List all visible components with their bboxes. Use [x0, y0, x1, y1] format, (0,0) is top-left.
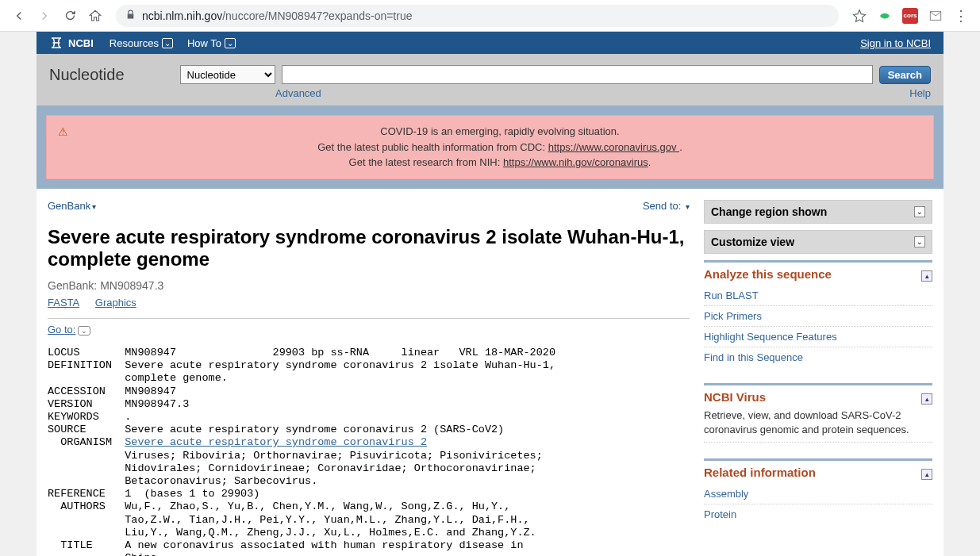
signin-link[interactable]: Sign in to NCBI	[860, 37, 931, 49]
collapse-icon[interactable]: ▴	[921, 469, 932, 480]
url-bar[interactable]: ncbi.nlm.nih.gov/nuccore/MN908947?expand…	[116, 5, 839, 27]
analyze-title: Analyze this sequence	[704, 267, 832, 281]
virus-portlet: NCBI Virus ▴ Retrieve, view, and downloa…	[704, 383, 932, 443]
menu-howto[interactable]: How To⌄	[187, 37, 236, 49]
advanced-link[interactable]: Advanced	[275, 87, 321, 99]
browser-toolbar: ncbi.nlm.nih.gov/nuccore/MN908947?expand…	[0, 0, 980, 32]
genbank-record: LOCUS MN908947 29903 bp ss-RNA linear VR…	[48, 347, 690, 556]
extension-icon-1[interactable]	[877, 8, 893, 24]
sidebar: Change region shown ⌄ Customize view ⌄ A…	[704, 200, 932, 557]
run-blast-link[interactable]: Run BLAST	[704, 286, 932, 306]
nih-link[interactable]: https://www.nih.gov/coronavirus	[503, 156, 648, 168]
db-label: Nucleotide	[49, 66, 125, 84]
chevron-down-icon[interactable]: ⌄	[78, 326, 90, 336]
sendto-selector[interactable]: Send to: ▾	[643, 200, 690, 212]
chevron-down-icon[interactable]: ⌄	[914, 236, 925, 247]
notice-band: ⚠ COVID-19 is an emerging, rapidly evolv…	[37, 105, 943, 189]
alert-line3: Get the latest research from NIH: https:…	[78, 155, 922, 171]
related-portlet: Related information ▴ Assembly Protein	[704, 458, 932, 524]
goto-link[interactable]: Go to:	[48, 324, 75, 336]
cdc-link[interactable]: https://www.coronavirus.gov	[548, 141, 679, 153]
ncbi-header: NCBI Resources⌄ How To⌄ Sign in to NCBI	[37, 32, 943, 54]
region-portlet[interactable]: Change region shown ⌄	[704, 200, 932, 224]
page-title: Severe acute respiratory syndrome corona…	[48, 226, 690, 272]
customize-portlet[interactable]: Customize view ⌄	[704, 230, 932, 254]
virus-text: Retrieve, view, and download SARS-CoV-2 …	[704, 408, 932, 443]
related-title: Related information	[704, 466, 816, 479]
collapse-icon[interactable]: ▴	[921, 393, 932, 405]
analyze-portlet: Analyze this sequence ▴ Run BLAST Pick P…	[704, 260, 932, 367]
covid-alert: ⚠ COVID-19 is an emerging, rapidly evolv…	[46, 115, 934, 179]
accession-subtitle: GenBank: MN908947.3	[48, 279, 690, 292]
reload-button[interactable]	[59, 5, 81, 27]
extension-icon-3[interactable]	[928, 8, 943, 24]
find-sequence-link[interactable]: Find in this Sequence	[704, 347, 932, 367]
menu-icon[interactable]: ⋮	[953, 8, 969, 24]
url-path: /nuccore/MN908947?expands-on=true	[222, 10, 412, 22]
back-button[interactable]	[8, 5, 30, 27]
search-button[interactable]: Search	[879, 66, 931, 84]
format-selector[interactable]: GenBank▾	[48, 200, 96, 212]
protein-link[interactable]: Protein	[704, 504, 932, 524]
lock-icon	[125, 10, 136, 22]
alert-line2: Get the latest public health information…	[78, 140, 922, 155]
search-area: Nucleotide Nucleotide Search Advanced He…	[37, 54, 943, 105]
warning-icon: ⚠	[58, 125, 68, 138]
url-host: ncbi.nlm.nih.gov	[142, 10, 222, 22]
assembly-link[interactable]: Assembly	[704, 484, 932, 504]
organism-link[interactable]: Severe acute respiratory syndrome corona…	[125, 436, 427, 448]
ncbi-logo[interactable]: NCBI	[49, 36, 94, 49]
extension-icon-2[interactable]: cors	[902, 8, 918, 24]
forward-button[interactable]	[33, 5, 56, 27]
highlight-features-link[interactable]: Highlight Sequence Features	[704, 327, 932, 347]
db-select[interactable]: Nucleotide	[180, 65, 275, 84]
menu-resources[interactable]: Resources⌄	[110, 37, 173, 49]
virus-title: NCBI Virus	[704, 390, 766, 404]
alert-line1: COVID-19 is an emerging, rapidly evolvin…	[78, 124, 922, 140]
pick-primers-link[interactable]: Pick Primers	[704, 306, 932, 327]
collapse-icon[interactable]: ▴	[921, 270, 932, 282]
chevron-down-icon[interactable]: ⌄	[914, 206, 925, 217]
search-input[interactable]	[282, 65, 873, 84]
help-link[interactable]: Help	[909, 87, 931, 99]
fasta-link[interactable]: FASTA	[48, 297, 79, 309]
home-button[interactable]	[84, 5, 106, 27]
main-content: GenBank▾ Send to: ▾ Severe acute respira…	[48, 200, 690, 557]
graphics-link[interactable]: Graphics	[95, 297, 136, 309]
star-icon[interactable]	[851, 8, 867, 24]
